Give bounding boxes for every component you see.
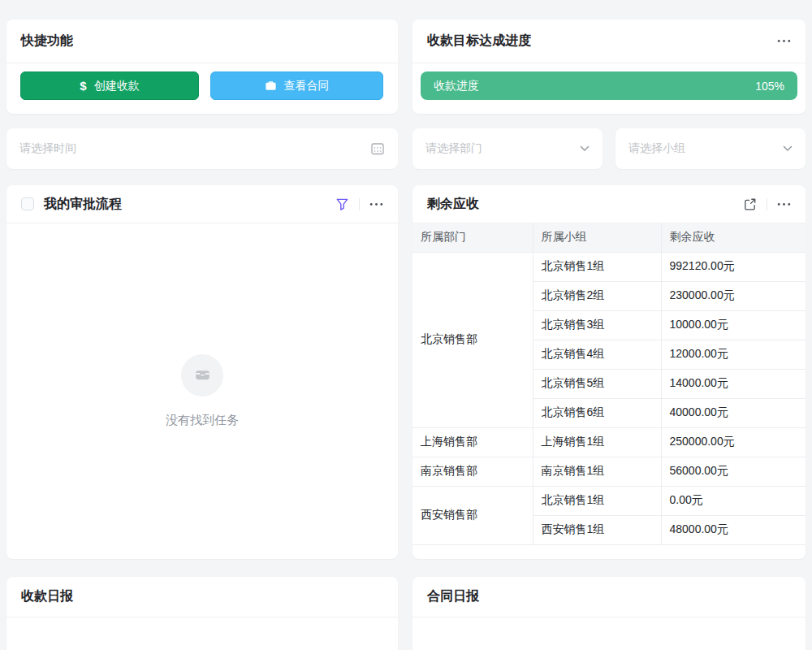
time-picker-placeholder: 请选择时间 [19, 141, 76, 156]
group-cell: 北京销售1组 [533, 252, 661, 281]
table-row: 北京销售部 北京销售1组 992120.00元 [412, 252, 806, 281]
approval-flow-card: 我的审批流程 没有找到任务 [6, 185, 398, 559]
approval-card-title: 我的审批流程 [44, 196, 122, 213]
group-cell: 上海销售1组 [533, 427, 661, 457]
empty-state-text: 没有找到任务 [166, 413, 239, 428]
group-cell: 西安销售1组 [533, 515, 661, 544]
view-contract-button[interactable]: 查看合同 [210, 72, 383, 100]
progress-body: 收款进度 105% [412, 63, 806, 108]
receivables-card-header: 剩余应收 [412, 185, 806, 223]
group-cell: 北京销售5组 [533, 369, 661, 398]
funnel-icon[interactable] [335, 197, 349, 211]
quick-actions-body: $ 创建收款 查看合同 [6, 63, 398, 108]
dollar-icon: $ [80, 80, 86, 92]
header-divider [767, 198, 767, 210]
progress-bar-value: 105% [755, 80, 784, 93]
progress-card: 收款目标达成进度 收款进度 105% [412, 20, 806, 114]
dept-cell: 北京销售部 [412, 252, 533, 427]
dept-cell: 西安销售部 [412, 486, 533, 544]
payment-daily-card: 收款日报 [6, 577, 398, 650]
department-select[interactable]: 请选择部门 [412, 128, 603, 169]
dept-cell: 上海销售部 [412, 427, 533, 457]
group-cell: 北京销售2组 [533, 281, 661, 310]
inbox-icon [192, 364, 214, 386]
amount-cell: 10000.00元 [661, 310, 806, 340]
payment-daily-title: 收款日报 [21, 588, 73, 605]
group-cell: 北京销售3组 [533, 310, 661, 340]
amount-cell: 230000.00元 [661, 281, 806, 310]
payment-daily-header: 收款日报 [6, 577, 398, 618]
column-header-group: 所属小组 [533, 223, 661, 252]
contract-daily-card: 合同日报 [412, 577, 806, 650]
receivables-card: 剩余应收 所属部门 所属小组 剩余应收 北京销售部 北京销售1组 992 [412, 185, 806, 559]
chevron-down-icon [783, 145, 793, 152]
approval-empty-state: 没有找到任务 [6, 223, 398, 558]
empty-state-circle [181, 354, 223, 396]
contract-daily-title: 合同日报 [427, 588, 479, 605]
external-link-icon[interactable] [743, 197, 757, 211]
group-select[interactable]: 请选择小组 [615, 128, 806, 169]
amount-cell: 250000.00元 [661, 427, 806, 457]
ellipsis-icon[interactable] [369, 202, 383, 206]
table-row: 西安销售部 北京销售1组 0.00元 [412, 486, 806, 515]
amount-cell: 0.00元 [661, 486, 806, 515]
amount-cell: 14000.00元 [661, 369, 806, 398]
quick-actions-card: 快捷功能 $ 创建收款 查看合同 [6, 20, 398, 114]
group-select-placeholder: 请选择小组 [628, 141, 685, 156]
group-cell: 北京销售6组 [533, 398, 661, 427]
table-row: 上海销售部 上海销售1组 250000.00元 [412, 427, 806, 457]
quick-actions-header: 快捷功能 [6, 20, 398, 63]
approval-card-header: 我的审批流程 [6, 185, 398, 223]
header-divider [359, 198, 360, 210]
create-payment-button[interactable]: $ 创建收款 [20, 72, 199, 100]
group-cell: 北京销售4组 [533, 340, 661, 369]
amount-cell: 40000.00元 [661, 398, 806, 427]
calendar-icon [370, 141, 385, 156]
payment-progress-bar: 收款进度 105% [421, 72, 797, 100]
progress-card-title: 收款目标达成进度 [427, 32, 531, 50]
briefcase-icon [265, 80, 277, 92]
dept-cell: 南京销售部 [412, 457, 533, 486]
receivables-card-title: 剩余应收 [427, 196, 479, 213]
quick-actions-title: 快捷功能 [21, 32, 73, 50]
chevron-down-icon [580, 145, 590, 152]
department-select-placeholder: 请选择部门 [425, 141, 482, 156]
column-header-department: 所属部门 [412, 223, 533, 252]
amount-cell: 48000.00元 [661, 515, 806, 544]
table-row: 南京销售部 南京销售1组 56000.00元 [412, 457, 806, 486]
ellipsis-icon[interactable] [777, 39, 791, 43]
receivables-table: 所属部门 所属小组 剩余应收 北京销售部 北京销售1组 992120.00元 北… [412, 223, 806, 545]
create-payment-label: 创建收款 [94, 79, 140, 93]
select-all-checkbox[interactable] [21, 197, 34, 210]
amount-cell: 12000.00元 [661, 340, 806, 369]
view-contract-label: 查看合同 [284, 79, 330, 93]
column-header-amount: 剩余应收 [661, 223, 806, 252]
progress-card-header: 收款目标达成进度 [412, 20, 806, 63]
contract-daily-header: 合同日报 [412, 577, 806, 618]
group-cell: 北京销售1组 [533, 486, 661, 515]
amount-cell: 992120.00元 [661, 252, 806, 281]
ellipsis-icon[interactable] [777, 202, 791, 206]
group-cell: 南京销售1组 [533, 457, 661, 486]
amount-cell: 56000.00元 [661, 457, 806, 486]
time-range-picker[interactable]: 请选择时间 [6, 128, 398, 169]
table-header-row: 所属部门 所属小组 剩余应收 [412, 223, 806, 252]
progress-bar-label: 收款进度 [434, 79, 479, 93]
